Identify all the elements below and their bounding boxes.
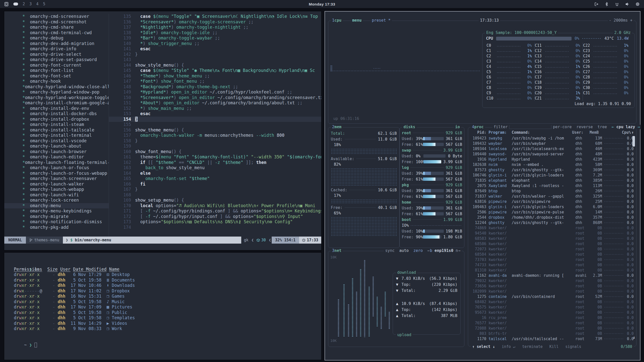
bluetooth-icon[interactable] <box>604 2 609 7</box>
file-list-item[interactable]: * omarchy-install-docker-dbs <box>4 111 109 117</box>
code-line[interactable]: 141 esac <box>109 46 321 52</box>
code-line[interactable]: 140 *) show_trigger_menu ;; <box>109 41 321 47</box>
signals-button[interactable]: signals <box>565 344 581 349</box>
network-icon[interactable] <box>615 2 619 7</box>
process-row[interactable]: 94540kworker/root0B0.0 <box>468 231 636 236</box>
process-row[interactable]: 1170tailscal/usr/sbin/tailscaled --root7… <box>468 336 636 341</box>
process-row[interactable]: 68586kworker/root0B0.0 <box>468 241 636 246</box>
code-line[interactable]: 152 *) show_main_menu ;; <box>109 106 321 111</box>
info-button[interactable]: info ↵ <box>502 344 515 349</box>
command-line-area[interactable] <box>4 244 321 250</box>
file-list-item[interactable]: * omarchy-hyprland-workspace-toggle <box>4 95 109 101</box>
file-list-item[interactable]: * omarchy-font-list <box>4 68 109 73</box>
file-list-item[interactable]: * omarchy-hook <box>4 79 109 84</box>
file-list-item[interactable]: * omarchy-font-set <box>4 73 109 79</box>
code-line[interactable]: 174 <box>109 225 321 230</box>
btop-window[interactable]: 1cpu menu preset * 17:33:13 - 2000ms + u… <box>325 11 640 360</box>
workspace-4[interactable]: 4 <box>36 2 38 6</box>
terminate-button[interactable]: terminate <box>522 344 543 349</box>
workspace-2[interactable]: 2 <box>23 2 25 6</box>
process-row[interactable]: 74869kworker/root0B0.0 <box>468 225 636 231</box>
file-list-item[interactable]: * omarchy-launch-wifi <box>4 192 109 198</box>
net-zero-button[interactable]: zero <box>413 248 423 253</box>
process-row[interactable]: 63816pipewire/usr/bin/pipewiredhh25M0.0 <box>468 199 636 204</box>
file-list-item[interactable]: * omarchy-pkg-add <box>4 225 109 230</box>
file-list-item[interactable]: * omarchy-launch-browser <box>4 149 109 155</box>
process-row[interactable]: 1275containe/usr/bin/containerdroot52M0.… <box>468 294 636 299</box>
process-row[interactable]: 87649btopbtopdhh26M0.0 <box>468 188 636 194</box>
cpu-chip-icon[interactable] <box>635 2 640 7</box>
process-row[interactable]: 102638nvimnvim --embed .dhh58M0.0 <box>468 162 636 167</box>
file-list-item[interactable]: * omarchy-drive-set-password <box>4 57 109 63</box>
file-list-item[interactable]: * omarchy-launch-or-focus-webapp <box>4 171 109 176</box>
code-line[interactable]: 148 *Background*) omarchy-theme-bg-next … <box>109 84 321 90</box>
code-line[interactable]: 139 *Bar*) omarchy-toggle-waybar ;; <box>109 35 321 41</box>
process-row[interactable]: 803btrfs-trroot0B0.0 <box>468 331 636 336</box>
code-line[interactable]: 162 if [[ "$theme" == "CNCLD" || -z "$th… <box>109 160 321 165</box>
disks-panel-title[interactable]: disks <box>402 125 417 129</box>
menu-button[interactable]: menu <box>351 18 363 23</box>
process-row[interactable]: 109440swayosd-/usr/bin/swayosd-serverdhh… <box>468 151 636 157</box>
code-line[interactable]: 159 <box>109 144 321 149</box>
code-line[interactable]: 138 *Idle*) omarchy-toggle-idle ;; <box>109 30 321 36</box>
process-row[interactable]: 16rcu_preeroot0B0.0 <box>468 315 636 320</box>
net-auto-button[interactable]: auto <box>399 248 409 253</box>
disks-io-toggle[interactable]: io <box>454 125 461 129</box>
code-line[interactable]: 170 local options="♬ Audio\n☊ Wifi\nᛒ Bl… <box>109 203 321 209</box>
net-prev-iface-button[interactable]: ←b <box>427 248 432 253</box>
prompt-line-2[interactable]: ~ ❯ <box>14 337 321 342</box>
file-list-item[interactable]: * omarchy-launch-webapp <box>4 187 109 192</box>
process-row[interactable]: 2506pipewire/usr/bin/pipewire-pulsedhh14… <box>468 209 636 215</box>
process-row[interactable]: 2075XwaylandXwayland :1 -rootless -dhh11… <box>468 183 636 188</box>
proc-scrollbar-thumb[interactable] <box>632 136 635 147</box>
process-row[interactable]: 73656kworker/root0B0.0 <box>468 283 636 289</box>
process-row[interactable]: 1162avahi-daavahi-daemon: running [avahi… <box>468 273 636 278</box>
process-table-header[interactable]: Pid: Program: Command: User: MemB Cpu% ↑ <box>468 129 636 135</box>
logout-icon[interactable] <box>594 2 599 7</box>
reverse-button[interactable]: reverse <box>576 125 593 129</box>
volume-icon[interactable] <box>625 2 630 7</box>
workspace-1-active[interactable] <box>13 3 18 6</box>
process-row[interactable]: 109432waybar/usr/bin/waybardhh68M0.0 <box>468 141 636 146</box>
file-list-item[interactable]: * omarchy-launch-about <box>4 144 109 149</box>
code-line[interactable]: 135 case $(menu "Toggle" "▣ Screensaver\… <box>109 14 321 19</box>
process-row[interactable]: 73703kworker/root0B0.0 <box>468 257 636 262</box>
code-line[interactable]: 173 options="$options\n▤ Defaults\n♁ DNS… <box>109 219 321 225</box>
code-line[interactable]: 145 case $(menu "Style" "◉ Theme\nᴀ Font… <box>109 68 321 73</box>
process-row[interactable]: 102099kworker/root0B0.0 <box>468 289 636 294</box>
code-line[interactable]: 160 show_font_menu() { <box>109 149 321 155</box>
process-row[interactable]: 71835elephantelephantdhh385M0.0 <box>468 178 636 183</box>
network-panel-title[interactable]: 3net <box>331 248 343 253</box>
code-line[interactable]: 164 else <box>109 171 321 176</box>
code-line[interactable]: 169 show_setup_menu() { <box>109 198 321 203</box>
memory-panel-title[interactable]: 2mem <box>331 125 343 129</box>
code-line[interactable]: 137 *Nightlight*) omarchy-toggle-nightli… <box>109 25 321 30</box>
file-list-item[interactable]: * omarchy-launch-floating-terminal- <box>4 160 109 165</box>
code-line[interactable]: 151 *About*) open_in_editor ~/.config/om… <box>109 100 321 106</box>
file-list-item[interactable]: * omarchy-install-vscode <box>4 138 109 144</box>
process-row[interactable]: 12244ghostty/usr/bin/ghostty --gtk-dhh86… <box>468 220 636 225</box>
code-line[interactable]: 165 omarchy-font-set "$theme" <box>109 176 321 182</box>
process-row[interactable]: 109423swaybg/usr/bin/swaybg -i /homdhh13… <box>468 135 636 141</box>
process-row[interactable]: 81310kworker/root0B0.0 <box>468 267 636 273</box>
proc-scroll-down-icon[interactable]: ↓ <box>633 335 635 340</box>
file-list-item[interactable]: * omarchy-debug <box>4 35 109 41</box>
file-list-item[interactable]: * omarchy-install-terminal <box>4 133 109 138</box>
file-explorer-pane[interactable]: * omarchy-cmd-screensaver * omarchy-cmd-… <box>4 14 109 237</box>
code-line[interactable]: 167 } <box>109 187 321 192</box>
process-row[interactable]: 74733kworker/root0B0.0 <box>468 262 636 267</box>
code-line[interactable]: 136 *Screensaver*) omarchy-toggle-screen… <box>109 19 321 25</box>
process-row[interactable]: 87573ghostty/usr/bin/ghostty --gtk-dhh36… <box>468 167 636 172</box>
file-list-item[interactable]: * omarchy-cmd-terminal-cwd <box>4 30 109 36</box>
process-row[interactable]: 72073kworker/root0B0.0 <box>468 246 636 252</box>
code-line[interactable]: 172 [ -f ~/.config/hypr/input.conf ] && … <box>109 214 321 219</box>
workspace-3[interactable]: 3 <box>29 2 32 6</box>
process-row[interactable]: 79032kworker/root0B0.0 <box>468 278 636 283</box>
process-row[interactable]: 95673kworker/root0B0.0 <box>468 310 636 315</box>
process-row[interactable]: 109344localsea/usr/lib/localsearch-exdhh… <box>468 146 636 151</box>
code-line[interactable]: 150 *Screensaver*) open_in_editor ~/.con… <box>109 95 321 101</box>
process-row[interactable]: 68402kworker/root0B0.0 <box>468 299 636 304</box>
process-row[interactable]: 1916HyprlandHyprlanddhh423M0.0 <box>468 157 636 162</box>
file-list-item[interactable]: * omarchy-install-dropbox <box>4 117 109 122</box>
terminal-window[interactable]: ~ ❯ ls Permissions Size User Date Modifi… <box>4 252 321 360</box>
